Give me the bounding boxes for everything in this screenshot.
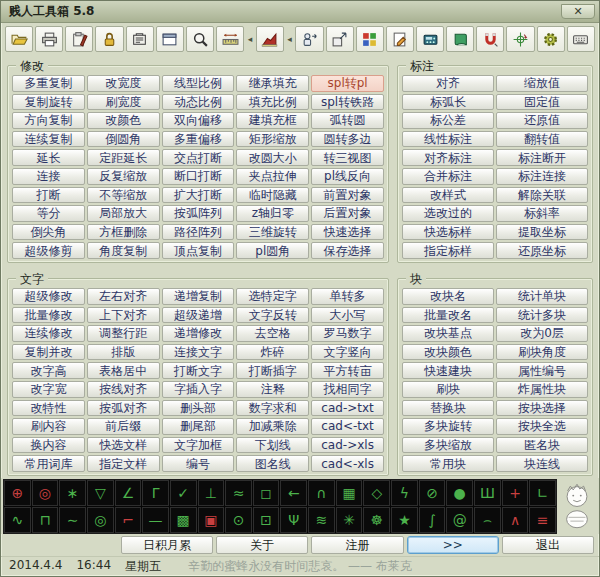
- comb-icon[interactable]: Ш: [474, 480, 501, 506]
- tool-button[interactable]: 按线对齐: [87, 381, 160, 398]
- flag-line-icon[interactable]: ⌐: [115, 507, 142, 533]
- tool-button[interactable]: 对齐: [402, 75, 494, 92]
- tool-button[interactable]: 还原坐标: [496, 242, 588, 259]
- tool-button[interactable]: 炸属性块: [496, 381, 588, 398]
- tool-button[interactable]: 顶点复制: [162, 242, 235, 259]
- tool-button[interactable]: 统计多块: [496, 307, 588, 324]
- tool-button[interactable]: 加减乘除: [236, 418, 309, 435]
- check-mark-icon[interactable]: ✓: [170, 480, 197, 506]
- tool-button[interactable]: 定距延长: [87, 149, 160, 166]
- tool-button[interactable]: 罗马数字: [311, 325, 384, 342]
- tool-button[interactable]: 上下对齐: [87, 307, 160, 324]
- tool-button[interactable]: 字插入字: [162, 381, 235, 398]
- curve-icon[interactable]: ∩: [308, 480, 335, 506]
- concentric-icon[interactable]: ◎: [87, 507, 114, 533]
- tool-button[interactable]: 前后缀: [87, 418, 160, 435]
- axis-frame-icon[interactable]: Γ: [142, 480, 169, 506]
- tool-button[interactable]: 缩放值: [496, 75, 588, 92]
- dash-icon[interactable]: —: [142, 507, 169, 533]
- tool-button[interactable]: 属性编号: [496, 362, 588, 379]
- tool-button[interactable]: 快选标样: [402, 224, 494, 241]
- chart-button[interactable]: [256, 26, 284, 52]
- peak-icon[interactable]: ∧: [502, 507, 529, 533]
- star4-icon[interactable]: ◇: [363, 480, 390, 506]
- edit-doc-button[interactable]: [386, 26, 414, 52]
- tool-button[interactable]: 刷块: [402, 381, 494, 398]
- collapse-arrow-icon[interactable]: ◂: [286, 34, 293, 44]
- tool-button[interactable]: 复制旋转: [12, 94, 85, 111]
- tool-button[interactable]: pl线反向: [311, 168, 384, 185]
- tool-button[interactable]: 文字加框: [162, 437, 235, 454]
- tool-button[interactable]: 大小写: [311, 307, 384, 324]
- magnet-button[interactable]: [476, 26, 504, 52]
- tool-button[interactable]: 炸碎: [236, 344, 309, 361]
- tool-button[interactable]: 打断: [12, 187, 85, 204]
- dot-box-icon[interactable]: ⊡: [253, 507, 280, 533]
- tool-button[interactable]: 去空格: [236, 325, 309, 342]
- slope-mark-icon[interactable]: ∠: [115, 480, 142, 506]
- exit-button[interactable]: 退出: [502, 536, 594, 554]
- tool-button[interactable]: 数字求和: [236, 400, 309, 417]
- tool-button[interactable]: 多块缩放: [402, 437, 494, 454]
- tool-button[interactable]: 常用块: [402, 455, 494, 472]
- tool-button[interactable]: 扩大打断: [162, 187, 235, 204]
- tool-button[interactable]: 刷块角度: [496, 344, 588, 361]
- tool-button[interactable]: cad<-xls: [311, 455, 384, 472]
- tool-button[interactable]: 批量修改: [12, 307, 85, 324]
- tool-button[interactable]: 填充比例: [236, 94, 309, 111]
- tool-button[interactable]: 矩形缩放: [236, 131, 309, 148]
- register-button[interactable]: 注册: [311, 536, 403, 554]
- rotate-axis-button[interactable]: [506, 26, 534, 52]
- tool-button[interactable]: 临时隐藏: [236, 187, 309, 204]
- solid-square-icon[interactable]: ▣: [198, 507, 225, 533]
- tool-button[interactable]: pl圆角: [236, 242, 309, 259]
- open-file-button[interactable]: [5, 26, 33, 52]
- tool-button[interactable]: 标注断开: [496, 149, 588, 166]
- tool-button[interactable]: 改字宽: [12, 381, 85, 398]
- tool-button[interactable]: 常用词库: [12, 455, 85, 472]
- star-circle-icon[interactable]: ★: [391, 507, 418, 533]
- settings-gear-button[interactable]: [537, 26, 565, 52]
- tool-button[interactable]: 编号: [162, 455, 235, 472]
- cross-icon[interactable]: +: [502, 480, 529, 506]
- tool-button[interactable]: 解除关联: [496, 187, 588, 204]
- tool-button[interactable]: 连接: [12, 168, 85, 185]
- lock-button[interactable]: [95, 26, 123, 52]
- zigzag-icon[interactable]: ϟ: [391, 480, 418, 506]
- tool-button[interactable]: 弧转圆: [311, 112, 384, 129]
- tool-button[interactable]: 改块颜色: [402, 344, 494, 361]
- tool-button[interactable]: 继承填充: [236, 75, 309, 92]
- tool-button[interactable]: 改颜色: [87, 112, 160, 129]
- tool-button[interactable]: 倒尖角: [12, 224, 85, 241]
- tool-button[interactable]: 指定文样: [87, 455, 160, 472]
- link-button[interactable]: [326, 26, 354, 52]
- calculator-button[interactable]: [416, 26, 444, 52]
- step-line-icon[interactable]: ∫: [419, 507, 446, 533]
- tool-button[interactable]: 下划线: [236, 437, 309, 454]
- tool-button[interactable]: 打断插字: [236, 362, 309, 379]
- tool-button[interactable]: 匿名块: [496, 437, 588, 454]
- tool-button[interactable]: cad->xls: [311, 437, 384, 454]
- tool-button[interactable]: 刷宽度: [87, 94, 160, 111]
- tool-button[interactable]: cad<-txt: [311, 418, 384, 435]
- tool-button[interactable]: 复制并改: [12, 344, 85, 361]
- keyboard-button[interactable]: [567, 26, 595, 52]
- tool-button[interactable]: 断口打断: [162, 168, 235, 185]
- tool-button[interactable]: 转三视图: [311, 149, 384, 166]
- tool-button[interactable]: 标公差: [402, 112, 494, 129]
- tool-button[interactable]: 连续修改: [12, 325, 85, 342]
- tool-button[interactable]: 按弧对齐: [87, 400, 160, 417]
- tool-button[interactable]: 多重复制: [12, 75, 85, 92]
- tool-button[interactable]: 延长: [12, 149, 85, 166]
- weld-mark-icon[interactable]: ▽: [87, 480, 114, 506]
- tool-button[interactable]: 固定值: [496, 94, 588, 111]
- callout-icon[interactable]: ◻: [253, 480, 280, 506]
- revision-cloud-icon[interactable]: ≈: [225, 480, 252, 506]
- tool-button[interactable]: 批量改名: [402, 307, 494, 324]
- tool-button[interactable]: 选特定字: [236, 288, 309, 305]
- close-button[interactable]: ✕: [561, 4, 595, 19]
- square-wave-icon[interactable]: ⊓: [32, 507, 59, 533]
- tool-button[interactable]: 多重偏移: [162, 131, 235, 148]
- tool-button[interactable]: 连续复制: [12, 131, 85, 148]
- tool-button[interactable]: 改样式: [402, 187, 494, 204]
